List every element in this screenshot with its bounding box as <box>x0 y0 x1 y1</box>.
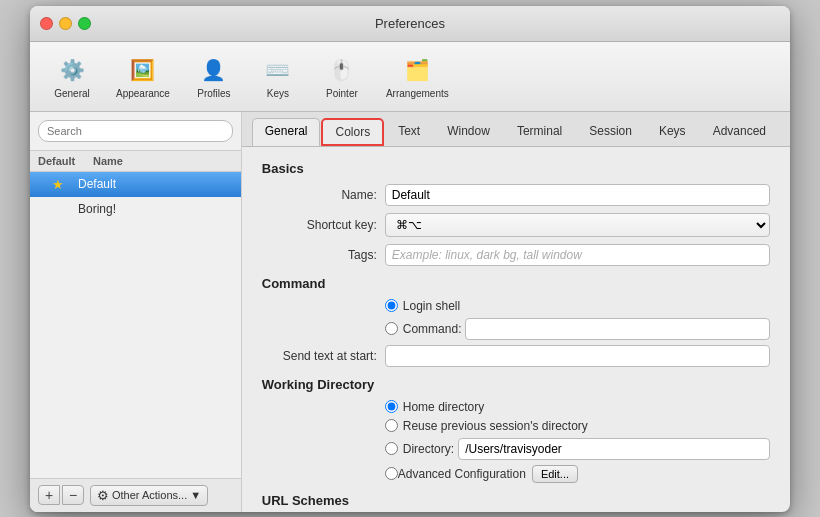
sidebar-footer: + − ⚙ Other Actions... ▼ <box>30 478 241 512</box>
toolbar-label-pointer: Pointer <box>326 88 358 99</box>
preferences-window: Preferences ⚙️ General 🖼️ Appearance 👤 P… <box>30 6 790 512</box>
home-dir-radio[interactable] <box>385 400 398 413</box>
directory-radio[interactable] <box>385 442 398 455</box>
pointer-icon: 🖱️ <box>326 54 358 86</box>
search-bar <box>30 112 241 151</box>
toolbar-label-keys: Keys <box>267 88 289 99</box>
tab-window[interactable]: Window <box>434 118 503 146</box>
toolbar-label-appearance: Appearance <box>116 88 170 99</box>
col-name-header: Name <box>93 155 233 167</box>
shortcut-select[interactable]: ⌘⌥ <box>385 213 770 237</box>
general-icon: ⚙️ <box>56 54 88 86</box>
sidebar-header: Default Name <box>30 151 241 172</box>
tags-row: Tags: Example: linux, dark bg, tall wind… <box>262 244 770 266</box>
sidebar-item-boring[interactable]: ★ Boring! <box>30 197 241 222</box>
home-dir-row: Home directory <box>262 400 770 414</box>
col-default-header: Default <box>38 155 93 167</box>
profiles-icon: 👤 <box>198 54 230 86</box>
other-actions-gear-icon: ⚙ <box>97 488 109 503</box>
command-field[interactable] <box>465 318 770 340</box>
command-label: Command: <box>403 322 462 336</box>
directory-label: Directory: <box>403 442 454 456</box>
tab-text[interactable]: Text <box>385 118 433 146</box>
login-shell-row: Login shell <box>262 299 770 313</box>
shortcut-label: Shortcut key: <box>262 218 377 232</box>
titlebar: Preferences <box>30 6 790 42</box>
window-title: Preferences <box>375 16 445 31</box>
directory-field[interactable] <box>458 438 770 460</box>
appearance-icon: 🖼️ <box>127 54 159 86</box>
directory-row: Directory: <box>262 438 770 460</box>
edit-button[interactable]: Edit... <box>532 465 578 483</box>
advanced-config-row: Advanced Configuration Edit... <box>262 465 770 483</box>
send-text-row: Send text at start: <box>262 345 770 367</box>
other-actions-dropdown-icon: ▼ <box>190 489 201 501</box>
tab-terminal[interactable]: Terminal <box>504 118 575 146</box>
url-schemes-section-title: URL Schemes <box>262 493 770 508</box>
toolbar: ⚙️ General 🖼️ Appearance 👤 Profiles ⌨️ K… <box>30 42 790 112</box>
name-label: Name: <box>262 188 377 202</box>
send-text-field[interactable] <box>385 345 770 367</box>
basics-section-title: Basics <box>262 161 770 176</box>
login-shell-label: Login shell <box>403 299 460 313</box>
toolbar-label-profiles: Profiles <box>197 88 230 99</box>
command-radio[interactable] <box>385 322 398 335</box>
home-dir-label: Home directory <box>403 400 484 414</box>
toolbar-item-arrangements[interactable]: 🗂️ Arrangements <box>376 50 459 103</box>
toolbar-label-arrangements: Arrangements <box>386 88 449 99</box>
toolbar-item-keys[interactable]: ⌨️ Keys <box>248 50 308 103</box>
tags-label: Tags: <box>262 248 377 262</box>
main-panel: General Colors Text Window Terminal Sess… <box>242 112 790 512</box>
tab-keys[interactable]: Keys <box>646 118 699 146</box>
tags-field[interactable]: Example: linux, dark bg, tall window <box>385 244 770 266</box>
item-name-default: Default <box>78 177 116 191</box>
maximize-button[interactable] <box>78 17 91 30</box>
toolbar-label-general: General <box>54 88 90 99</box>
toolbar-item-profiles[interactable]: 👤 Profiles <box>184 50 244 103</box>
toolbar-item-pointer[interactable]: 🖱️ Pointer <box>312 50 372 103</box>
tab-advanced[interactable]: Advanced <box>700 118 779 146</box>
login-shell-radio[interactable] <box>385 299 398 312</box>
sidebar: Default Name ★ Default ★ Boring! + − ⚙ O… <box>30 112 242 512</box>
reuse-session-row: Reuse previous session's directory <box>262 419 770 433</box>
shortcut-row: Shortcut key: ⌘⌥ <box>262 213 770 237</box>
sidebar-item-default[interactable]: ★ Default <box>30 172 241 197</box>
add-profile-button[interactable]: + <box>38 485 60 505</box>
reuse-session-radio[interactable] <box>385 419 398 432</box>
traffic-lights <box>40 17 91 30</box>
tab-general[interactable]: General <box>252 118 321 146</box>
toolbar-item-general[interactable]: ⚙️ General <box>42 50 102 103</box>
minimize-button[interactable] <box>59 17 72 30</box>
other-actions-label: Other Actions... <box>112 489 187 501</box>
item-name-boring: Boring! <box>78 202 116 216</box>
working-dir-section-title: Working Directory <box>262 377 770 392</box>
send-text-label: Send text at start: <box>262 349 377 363</box>
toolbar-item-appearance[interactable]: 🖼️ Appearance <box>106 50 180 103</box>
close-button[interactable] <box>40 17 53 30</box>
arrangements-icon: 🗂️ <box>401 54 433 86</box>
name-row: Name: <box>262 184 770 206</box>
star-icon-boring: ★ <box>38 202 78 217</box>
command-row: Command: <box>262 318 770 340</box>
panel-content: Basics Name: Shortcut key: ⌘⌥ Tags: Exam… <box>242 147 790 512</box>
name-field[interactable] <box>385 184 770 206</box>
other-actions-button[interactable]: ⚙ Other Actions... ▼ <box>90 485 208 506</box>
content-area: Default Name ★ Default ★ Boring! + − ⚙ O… <box>30 112 790 512</box>
reuse-session-label: Reuse previous session's directory <box>403 419 588 433</box>
tabs-bar: General Colors Text Window Terminal Sess… <box>242 112 790 147</box>
advanced-config-radio[interactable] <box>385 467 398 480</box>
remove-profile-button[interactable]: − <box>62 485 84 505</box>
star-icon-default: ★ <box>38 177 78 192</box>
tab-colors[interactable]: Colors <box>321 118 384 146</box>
search-input[interactable] <box>38 120 233 142</box>
keys-icon: ⌨️ <box>262 54 294 86</box>
tab-session[interactable]: Session <box>576 118 645 146</box>
sidebar-list: ★ Default ★ Boring! <box>30 172 241 478</box>
advanced-config-label: Advanced Configuration <box>398 467 526 481</box>
command-section-title: Command <box>262 276 770 291</box>
